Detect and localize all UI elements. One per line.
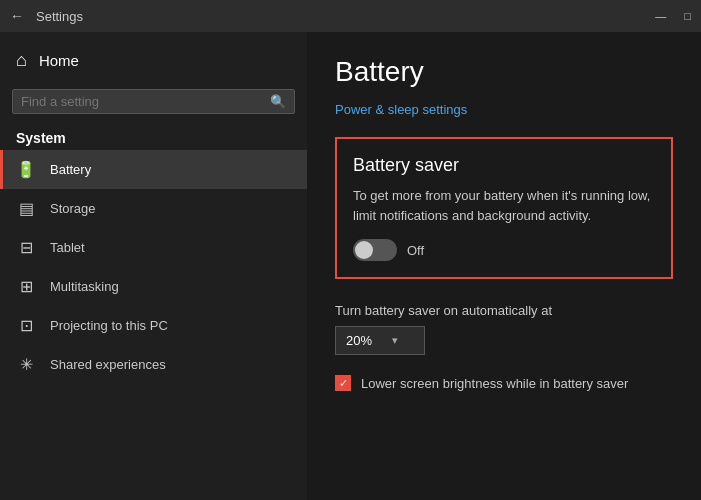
nav-label-shared: Shared experiences	[50, 357, 166, 372]
sidebar-item-storage[interactable]: ▤ Storage	[0, 189, 307, 228]
sidebar-item-projecting[interactable]: ⊡ Projecting to this PC	[0, 306, 307, 345]
brightness-label: Lower screen brightness while in battery…	[361, 376, 628, 391]
sidebar: ⌂ Home 🔍 System 🔋 Battery ▤ Storage ⊟ Ta…	[0, 32, 307, 500]
battery-saver-card: Battery saver To get more from your batt…	[335, 137, 673, 279]
section-label: System	[0, 122, 307, 150]
projecting-icon: ⊡	[16, 316, 36, 335]
auto-label: Turn battery saver on automatically at	[335, 303, 673, 318]
power-sleep-link[interactable]: Power & sleep settings	[335, 102, 467, 117]
nav-label-storage: Storage	[50, 201, 96, 216]
minimize-button[interactable]: —	[655, 10, 666, 22]
battery-icon: 🔋	[16, 160, 36, 179]
percentage-dropdown[interactable]: 20% ▾	[335, 326, 425, 355]
sidebar-item-battery[interactable]: 🔋 Battery	[0, 150, 307, 189]
battery-saver-description: To get more from your battery when it's …	[353, 186, 655, 225]
search-input[interactable]	[21, 94, 270, 109]
nav-label-battery: Battery	[50, 162, 91, 177]
dropdown-value: 20%	[346, 333, 372, 348]
search-icon: 🔍	[270, 94, 286, 109]
brightness-checkbox-row: ✓ Lower screen brightness while in batte…	[335, 375, 673, 391]
sidebar-item-home[interactable]: ⌂ Home	[0, 40, 307, 81]
content-area: Battery Power & sleep settings Battery s…	[307, 32, 701, 500]
checkmark-icon: ✓	[339, 378, 348, 389]
nav-label-tablet: Tablet	[50, 240, 85, 255]
sidebar-item-shared[interactable]: ✳ Shared experiences	[0, 345, 307, 384]
nav-label-multitasking: Multitasking	[50, 279, 119, 294]
maximize-button[interactable]: □	[684, 10, 691, 22]
auto-section: Turn battery saver on automatically at 2…	[335, 303, 673, 355]
battery-saver-title: Battery saver	[353, 155, 655, 176]
brightness-checkbox[interactable]: ✓	[335, 375, 351, 391]
shared-icon: ✳	[16, 355, 36, 374]
sidebar-item-multitasking[interactable]: ⊞ Multitasking	[0, 267, 307, 306]
storage-icon: ▤	[16, 199, 36, 218]
sidebar-home-label: Home	[39, 52, 79, 69]
window-controls: — □	[655, 10, 691, 22]
sidebar-item-tablet[interactable]: ⊟ Tablet	[0, 228, 307, 267]
toggle-label: Off	[407, 243, 424, 258]
tablet-icon: ⊟	[16, 238, 36, 257]
window-title: Settings	[36, 9, 83, 24]
search-box[interactable]: 🔍	[12, 89, 295, 114]
home-icon: ⌂	[16, 50, 27, 71]
nav-label-projecting: Projecting to this PC	[50, 318, 168, 333]
chevron-down-icon: ▾	[392, 334, 398, 347]
battery-saver-toggle[interactable]	[353, 239, 397, 261]
titlebar: ← Settings — □	[0, 0, 701, 32]
main-layout: ⌂ Home 🔍 System 🔋 Battery ▤ Storage ⊟ Ta…	[0, 32, 701, 500]
multitasking-icon: ⊞	[16, 277, 36, 296]
toggle-knob	[355, 241, 373, 259]
back-button[interactable]: ←	[10, 8, 24, 24]
page-title: Battery	[335, 56, 673, 88]
toggle-row: Off	[353, 239, 655, 261]
